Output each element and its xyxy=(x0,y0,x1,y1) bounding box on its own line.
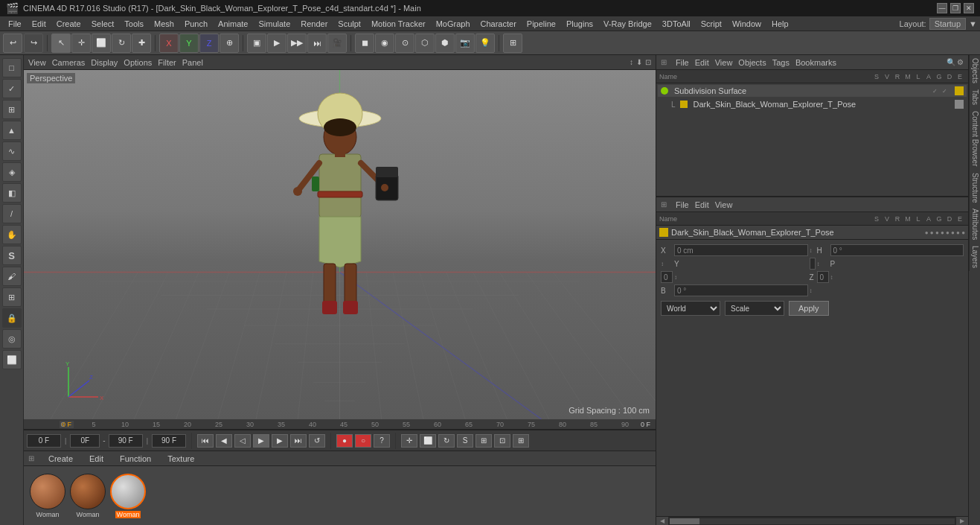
go-to-start-button[interactable]: ⏮ xyxy=(197,434,214,448)
mode-universal[interactable]: ✚ xyxy=(132,34,151,53)
axis-x[interactable]: X xyxy=(159,34,179,53)
vp-menu-options[interactable]: Options xyxy=(124,58,152,67)
vp-menu-panel[interactable]: Panel xyxy=(182,58,203,67)
attr-menu-view[interactable]: View xyxy=(715,200,733,209)
scale-select[interactable]: Scale xyxy=(725,301,784,316)
menu-create[interactable]: Create xyxy=(51,18,86,30)
close-button[interactable]: ✕ xyxy=(964,3,974,13)
scroll-right-btn[interactable]: ▶ xyxy=(956,517,968,526)
side-obj-icon[interactable]: ▲ xyxy=(2,121,22,140)
render-all[interactable]: ⏭ xyxy=(307,34,327,53)
scroll-thumb[interactable] xyxy=(670,518,699,524)
input-h-rot[interactable] xyxy=(830,244,964,256)
max-frame-input[interactable] xyxy=(109,434,143,448)
world-select[interactable]: World xyxy=(661,301,720,316)
fps-input[interactable] xyxy=(152,434,186,448)
side-snap-icon[interactable]: ◎ xyxy=(2,329,22,349)
apply-button[interactable]: Apply xyxy=(789,301,829,316)
vp-icon-1[interactable]: ↕ xyxy=(630,58,633,66)
layout-selector[interactable]: Startup xyxy=(929,18,966,30)
vp-obj2[interactable]: ⬢ xyxy=(435,34,455,53)
tl-rotate-btn[interactable]: ↻ xyxy=(438,434,455,448)
vp-wire[interactable]: ⊙ xyxy=(395,34,414,53)
mode-select[interactable]: ↖ xyxy=(51,34,71,53)
timeline-ruler[interactable]: 0 F 0 5 10 15 20 25 30 35 40 45 50 55 60… xyxy=(24,419,656,430)
side-pen-icon[interactable]: / xyxy=(2,204,22,223)
minimize-button[interactable]: — xyxy=(937,3,947,13)
tab-objects[interactable]: Objects xyxy=(969,55,981,86)
vp-menu-display[interactable]: Display xyxy=(91,58,118,67)
mode-scale[interactable]: ⬜ xyxy=(92,34,111,53)
menu-motion-tracker[interactable]: Motion Tracker xyxy=(366,18,431,30)
menu-mograph[interactable]: MoGraph xyxy=(431,18,475,30)
undo-button[interactable]: ↩ xyxy=(3,34,22,53)
go-to-end-button[interactable]: ⏭ xyxy=(290,434,307,448)
menu-plugins[interactable]: Plugins xyxy=(561,18,598,30)
menu-3dtoall[interactable]: 3DToAll xyxy=(657,18,696,30)
side-paint-icon[interactable]: 🖌 xyxy=(2,267,22,286)
render-region[interactable]: ▣ xyxy=(247,34,266,53)
menu-file[interactable]: File xyxy=(3,18,27,30)
vp-flat[interactable]: ◼ xyxy=(355,34,374,53)
vp-menu-cameras[interactable]: Cameras xyxy=(52,58,86,67)
menu-pipeline[interactable]: Pipeline xyxy=(522,18,561,30)
menu-edit[interactable]: Edit xyxy=(27,18,51,30)
menu-render[interactable]: Render xyxy=(295,18,333,30)
tl-expand-btn[interactable]: ⊞ xyxy=(513,434,529,448)
tab-content-browser[interactable]: Content Browser xyxy=(969,108,981,169)
side-grid-icon[interactable]: ⊞ xyxy=(2,100,22,119)
obj-menu-bookmarks[interactable]: Bookmarks xyxy=(795,58,836,67)
axis-all[interactable]: ⊕ xyxy=(220,34,239,53)
side-check-icon[interactable]: ✓ xyxy=(2,79,22,98)
obj-menu-edit[interactable]: Edit xyxy=(695,58,709,67)
input-y-pos[interactable] xyxy=(810,258,816,270)
menu-vray[interactable]: V-Ray Bridge xyxy=(598,18,657,30)
side-lock-icon[interactable]: 🔒 xyxy=(2,308,22,328)
mat-menu-texture[interactable]: Texture xyxy=(162,453,199,465)
obj-row-woman[interactable]: L Dark_Skin_Black_Woman_Explorer_T_Pose xyxy=(668,98,967,110)
current-frame-input[interactable] xyxy=(27,434,61,448)
input-b-rot[interactable] xyxy=(674,284,808,296)
tl-select-btn[interactable]: ⬜ xyxy=(420,434,436,448)
viewport[interactable]: X Y Z Perspective Grid Spacing : 100 cm xyxy=(24,70,656,419)
vp-menu-view[interactable]: View xyxy=(28,58,46,67)
keyframe-btn[interactable]: ● xyxy=(336,434,353,448)
mat-menu-create[interactable]: Create xyxy=(43,453,78,465)
vp-icon-3[interactable]: ⊡ xyxy=(645,58,651,66)
attr-menu-file[interactable]: File xyxy=(676,200,689,209)
maximize-button[interactable]: ❐ xyxy=(950,3,961,13)
side-s-icon[interactable]: S xyxy=(2,246,22,265)
tl-grid-btn[interactable]: ⊞ xyxy=(475,434,492,448)
side-floor-icon[interactable]: ⬜ xyxy=(2,350,22,369)
attr-selected-row[interactable]: Dark_Skin_Black_Woman_Explorer_T_Pose ● … xyxy=(656,226,968,239)
menu-window[interactable]: Window xyxy=(727,18,766,30)
menu-simulate[interactable]: Simulate xyxy=(253,18,295,30)
vp-camera[interactable]: 📷 xyxy=(455,34,475,53)
mode-rotate[interactable]: ↻ xyxy=(112,34,131,53)
side-spline-icon[interactable]: ∿ xyxy=(2,141,22,161)
scroll-left-btn[interactable]: ◀ xyxy=(656,517,668,526)
menu-tools[interactable]: Tools xyxy=(119,18,149,30)
min-frame-input[interactable] xyxy=(70,434,100,448)
vp-icon-2[interactable]: ⬇ xyxy=(636,58,642,66)
scroll-track[interactable] xyxy=(670,518,955,524)
vp-menu-filter[interactable]: Filter xyxy=(158,58,176,67)
attr-menu-edit[interactable]: Edit xyxy=(695,200,709,209)
side-grid2-icon[interactable]: ⊞ xyxy=(2,287,22,307)
mat-menu-edit[interactable]: Edit xyxy=(84,453,109,465)
tl-move-btn[interactable]: ✛ xyxy=(401,434,417,448)
menu-character[interactable]: Character xyxy=(475,18,522,30)
side-deformer-icon[interactable]: ◧ xyxy=(2,183,22,203)
tab-layers[interactable]: Layers xyxy=(969,243,981,271)
tab-structure[interactable]: Structure xyxy=(969,170,981,206)
titlebar-controls[interactable]: — ❐ ✕ xyxy=(937,3,974,13)
vp-shaded[interactable]: ◉ xyxy=(375,34,394,53)
mode-move[interactable]: ✛ xyxy=(71,34,91,53)
snap-btn[interactable]: ⊞ xyxy=(503,34,522,53)
material-ball-0[interactable]: Woman xyxy=(30,474,65,518)
menu-sculpt[interactable]: Sculpt xyxy=(333,18,366,30)
obj-gear-icon[interactable]: ⚙ xyxy=(957,58,964,66)
input-z-pos[interactable] xyxy=(817,271,829,283)
autokey-btn[interactable]: ○ xyxy=(355,434,371,448)
tl-scale-btn[interactable]: S xyxy=(457,434,473,448)
